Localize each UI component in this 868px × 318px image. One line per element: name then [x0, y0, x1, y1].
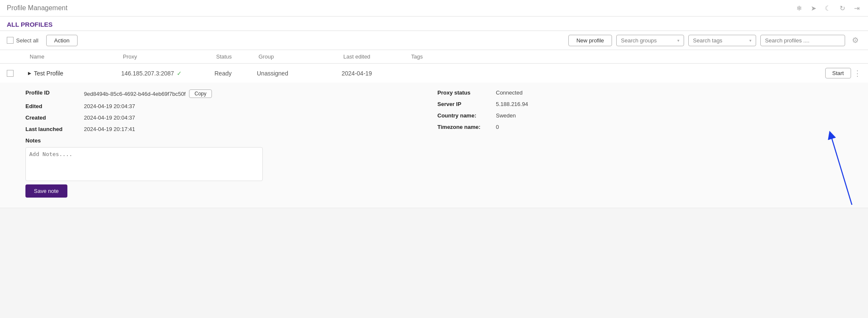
header-icons: ❄ ➤ ☾ ↻ ⇥: [794, 3, 861, 13]
expand-arrow-icon[interactable]: ▶: [28, 71, 31, 75]
edited-row: Edited 2024-04-19 20:04:37: [25, 103, 431, 109]
moon-icon[interactable]: ☾: [823, 3, 832, 13]
server-ip-label: Server IP: [437, 101, 492, 107]
proxy-connected-icon: ✓: [177, 70, 182, 77]
last-edited-value: 2024-04-19: [342, 70, 372, 77]
notes-section: Notes Save note: [25, 137, 431, 198]
col-status: Status: [214, 53, 257, 60]
select-all-checkbox[interactable]: [7, 37, 14, 44]
new-profile-button[interactable]: New profile: [568, 35, 612, 46]
group-cell: Unassigned: [257, 70, 342, 77]
section-title: ALL PROFILES: [0, 17, 868, 31]
timezone-name-value: 0: [496, 124, 499, 130]
col-proxy: Proxy: [121, 53, 214, 60]
search-groups-dropdown[interactable]: Search groups ▾: [616, 35, 684, 46]
last-launched-label: Last launched: [25, 126, 81, 132]
proxy-cell: 146.185.207.3:2087 ✓: [121, 70, 214, 77]
profiles-table: Name Proxy Status Group Last edited Tags…: [0, 50, 868, 208]
notes-label: Notes: [25, 137, 431, 144]
country-name-row: Country name: Sweden: [437, 112, 843, 119]
last-launched-row: Last launched 2024-04-19 20:17:41: [25, 126, 431, 132]
proxy-status-label: Proxy status: [437, 89, 492, 96]
edited-value: 2024-04-19 20:04:37: [84, 103, 135, 109]
profile-name: Test Profile: [34, 70, 63, 77]
notes-textarea[interactable]: [25, 147, 263, 181]
app-title: Profile Management: [7, 4, 67, 12]
col-last-edited: Last edited: [342, 53, 409, 60]
profile-name-cell: ▶ Test Profile: [28, 70, 121, 77]
timezone-name-row: Timezone name: 0: [437, 124, 843, 130]
snowflake-icon[interactable]: ❄: [794, 3, 804, 13]
proxy-status-value: Connected: [496, 89, 523, 96]
select-all-area: Select all: [7, 37, 39, 44]
col-group: Group: [257, 53, 342, 60]
toolbar: Select all Action New profile Search gro…: [0, 31, 868, 50]
more-options-icon[interactable]: ⋮: [854, 69, 861, 78]
chevron-down-icon: ▾: [677, 38, 679, 43]
col-tags: Tags: [409, 53, 861, 60]
start-button[interactable]: Start: [825, 68, 851, 78]
col-checkbox: [7, 53, 28, 60]
created-value: 2024-04-19 20:04:37: [84, 114, 135, 121]
server-ip-value: 5.188.216.94: [496, 101, 528, 107]
status-value: Ready: [214, 70, 231, 77]
row-checkbox[interactable]: [7, 70, 14, 77]
profile-id-value: 9ed8494b-85c6-4692-b46d-4eb69f7bc50f Cop…: [84, 89, 212, 98]
search-tags-dropdown[interactable]: Search tags ▾: [688, 35, 756, 46]
created-row: Created 2024-04-19 20:04:37: [25, 114, 431, 121]
last-launched-value: 2024-04-19 20:17:41: [84, 126, 135, 132]
actions-cell: Start ⋮: [409, 68, 861, 78]
save-note-button[interactable]: Save note: [25, 184, 67, 198]
timezone-name-label: Timezone name:: [437, 124, 492, 130]
app-header: Profile Management ❄ ➤ ☾ ↻ ⇥: [0, 0, 868, 17]
country-name-label: Country name:: [437, 112, 492, 119]
group-value: Unassigned: [257, 70, 288, 77]
status-cell: Ready: [214, 70, 257, 77]
proxy-status-row: Proxy status Connected: [437, 89, 843, 96]
search-profiles-input[interactable]: [760, 35, 845, 46]
detail-right: Proxy status Connected Server IP 5.188.2…: [437, 89, 843, 198]
created-label: Created: [25, 114, 81, 121]
server-ip-row: Server IP 5.188.216.94: [437, 101, 843, 107]
profile-detail: Profile ID 9ed8494b-85c6-4692-b46d-4eb69…: [0, 83, 868, 208]
settings-icon[interactable]: ⚙: [849, 34, 861, 46]
proxy-value: 146.185.207.3:2087: [121, 70, 174, 77]
chevron-down-icon: ▾: [749, 38, 751, 43]
profile-id-row: Profile ID 9ed8494b-85c6-4692-b46d-4eb69…: [25, 89, 431, 98]
profile-row-main: ▶ Test Profile 146.185.207.3:2087 ✓ Read…: [0, 64, 868, 83]
date-cell: 2024-04-19: [342, 70, 409, 77]
country-name-value: Sweden: [496, 112, 516, 119]
profile-id-label: Profile ID: [25, 89, 81, 96]
select-all-label: Select all: [16, 37, 39, 44]
table-row: ▶ Test Profile 146.185.207.3:2087 ✓ Read…: [0, 64, 868, 208]
send-icon[interactable]: ➤: [809, 3, 818, 13]
copy-button[interactable]: Copy: [189, 89, 212, 98]
refresh-icon[interactable]: ↻: [837, 3, 847, 13]
edited-label: Edited: [25, 103, 81, 109]
action-button[interactable]: Action: [46, 35, 78, 46]
detail-left: Profile ID 9ed8494b-85c6-4692-b46d-4eb69…: [25, 89, 431, 198]
table-header: Name Proxy Status Group Last edited Tags: [0, 50, 868, 64]
col-name: Name: [28, 53, 121, 60]
logout-icon[interactable]: ⇥: [852, 3, 861, 13]
